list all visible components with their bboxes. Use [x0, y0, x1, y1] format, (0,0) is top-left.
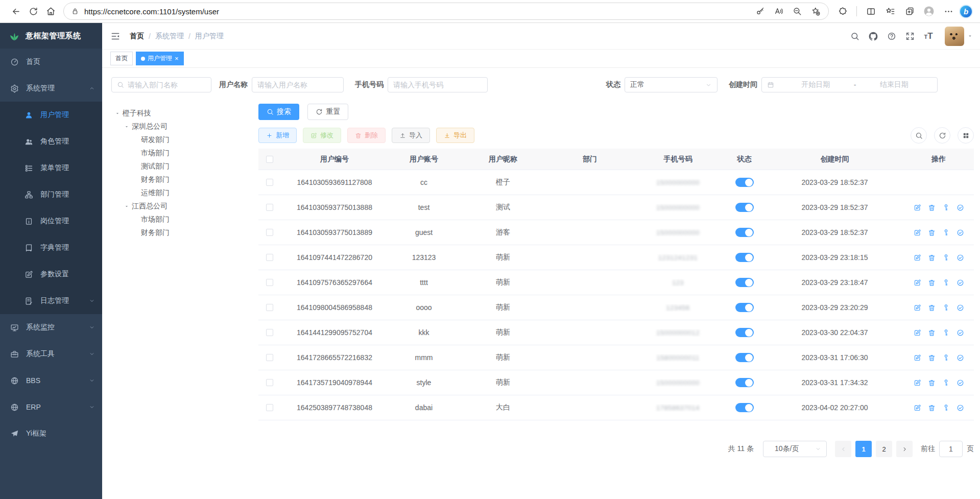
sidebar-item-user-management[interactable]: 用户管理	[0, 102, 102, 128]
import-button[interactable]: 导入	[392, 128, 430, 143]
tree-node[interactable]: 市场部门	[111, 213, 258, 226]
column-settings-button[interactable]	[958, 127, 974, 144]
app-logo[interactable]: 意框架管理系统	[0, 23, 102, 49]
row-reset-password-icon[interactable]	[942, 229, 950, 236]
tree-node[interactable]: 江西总公司	[111, 200, 258, 213]
export-button[interactable]: 导出	[436, 128, 474, 143]
favorites-button[interactable]	[881, 3, 899, 20]
date-range-picker[interactable]: 开始日期 - 结束日期	[761, 77, 938, 92]
browser-back-button[interactable]	[7, 3, 25, 20]
row-checkbox[interactable]	[266, 254, 273, 261]
help-button[interactable]	[882, 27, 901, 45]
sidebar-item-system-tools[interactable]: 系统工具	[0, 341, 102, 367]
row-reset-password-icon[interactable]	[942, 204, 950, 211]
reset-button[interactable]: 重置	[307, 104, 348, 120]
prev-page-button[interactable]	[835, 441, 851, 457]
sidebar-item-yi-framework[interactable]: Yi框架	[0, 420, 102, 447]
sidebar-item-menu-management[interactable]: 菜单管理	[0, 155, 102, 181]
row-check-icon[interactable]	[957, 354, 964, 362]
row-reset-password-icon[interactable]	[942, 404, 950, 412]
tree-node[interactable]: 深圳总公司	[111, 120, 258, 133]
row-checkbox[interactable]	[266, 279, 273, 286]
row-check-icon[interactable]	[957, 329, 964, 337]
row-check-icon[interactable]	[957, 229, 964, 236]
tab-user-management[interactable]: 用户管理 ×	[136, 52, 184, 65]
column-search-button[interactable]	[911, 127, 927, 144]
status-toggle[interactable]	[735, 403, 754, 412]
row-delete-icon[interactable]	[928, 354, 936, 362]
row-check-icon[interactable]	[957, 254, 964, 262]
sidebar-item-bbs[interactable]: BBS	[0, 367, 102, 394]
tab-home[interactable]: 首页	[110, 52, 133, 65]
tree-node[interactable]: 研发部门	[111, 133, 258, 147]
row-delete-icon[interactable]	[928, 304, 936, 312]
status-select[interactable]: 正常	[625, 77, 718, 92]
status-toggle[interactable]	[735, 203, 754, 212]
search-button[interactable]: 搜索	[258, 104, 299, 120]
tree-node[interactable]: 橙子科技	[111, 107, 258, 120]
row-delete-icon[interactable]	[928, 329, 936, 337]
username-field[interactable]	[257, 81, 338, 89]
status-toggle[interactable]	[735, 303, 754, 312]
sidebar-item-param-settings[interactable]: 参数设置	[0, 261, 102, 288]
delete-button[interactable]: 删除	[347, 128, 386, 143]
sidebar-item-dept-management[interactable]: 部门管理	[0, 181, 102, 208]
row-checkbox[interactable]	[266, 354, 273, 361]
status-toggle[interactable]	[735, 178, 754, 187]
page-button-2[interactable]: 2	[876, 441, 892, 457]
row-check-icon[interactable]	[957, 279, 964, 287]
page-size-select[interactable]: 10条/页	[763, 441, 827, 457]
split-screen-button[interactable]	[862, 3, 879, 20]
address-bar[interactable]: https://ccnetcore.com:1101/system/user	[63, 3, 829, 20]
status-toggle[interactable]	[735, 253, 754, 262]
close-icon[interactable]: ×	[175, 55, 179, 62]
row-checkbox[interactable]	[266, 204, 273, 211]
row-reset-password-icon[interactable]	[942, 329, 950, 337]
sidebar-collapse-button[interactable]	[110, 31, 121, 41]
collections-button[interactable]	[901, 3, 918, 20]
sidebar-item-log-management[interactable]: 日志管理	[0, 288, 102, 314]
phone-input[interactable]	[388, 77, 488, 92]
tree-node[interactable]: 财务部门	[111, 226, 258, 240]
next-page-button[interactable]	[896, 441, 913, 457]
caret-down-icon[interactable]	[967, 33, 973, 39]
row-edit-icon[interactable]	[914, 254, 921, 262]
phone-field[interactable]	[393, 81, 482, 89]
read-aloud-button[interactable]	[771, 4, 786, 19]
tree-node[interactable]: 市场部门	[111, 147, 258, 160]
row-delete-icon[interactable]	[928, 254, 936, 262]
status-toggle[interactable]	[735, 228, 754, 237]
select-all-checkbox[interactable]	[266, 156, 273, 163]
header-search-button[interactable]	[846, 27, 864, 45]
fullscreen-button[interactable]	[901, 27, 919, 45]
row-delete-icon[interactable]	[928, 279, 936, 287]
row-delete-icon[interactable]	[928, 404, 936, 412]
row-checkbox[interactable]	[266, 379, 273, 386]
edit-button[interactable]: 修改	[303, 128, 341, 143]
row-edit-icon[interactable]	[914, 279, 921, 287]
row-checkbox[interactable]	[266, 404, 273, 411]
row-reset-password-icon[interactable]	[942, 354, 950, 362]
row-edit-icon[interactable]	[914, 329, 921, 337]
row-edit-icon[interactable]	[914, 404, 921, 412]
row-edit-icon[interactable]	[914, 354, 921, 362]
password-key-button[interactable]	[753, 4, 768, 19]
row-edit-icon[interactable]	[914, 379, 921, 387]
github-button[interactable]	[864, 27, 882, 45]
dept-search-input[interactable]	[111, 77, 211, 92]
sidebar-item-role-management[interactable]: 角色管理	[0, 128, 102, 155]
font-size-button[interactable]: TT	[919, 27, 938, 45]
browser-refresh-button[interactable]	[25, 3, 42, 20]
sidebar-item-system-monitor[interactable]: 系统监控	[0, 314, 102, 341]
username-input[interactable]	[252, 77, 344, 92]
sidebar-item-home[interactable]: 首页	[0, 49, 102, 75]
sidebar-item-system-management[interactable]: 系统管理	[0, 75, 102, 102]
copilot-button[interactable]: b	[959, 5, 973, 18]
table-refresh-button[interactable]	[934, 127, 950, 144]
row-checkbox[interactable]	[266, 229, 273, 236]
row-check-icon[interactable]	[957, 379, 964, 387]
browser-menu-button[interactable]	[940, 3, 957, 20]
browser-profile-button[interactable]	[920, 3, 938, 20]
row-checkbox[interactable]	[266, 329, 273, 336]
row-delete-icon[interactable]	[928, 379, 936, 387]
